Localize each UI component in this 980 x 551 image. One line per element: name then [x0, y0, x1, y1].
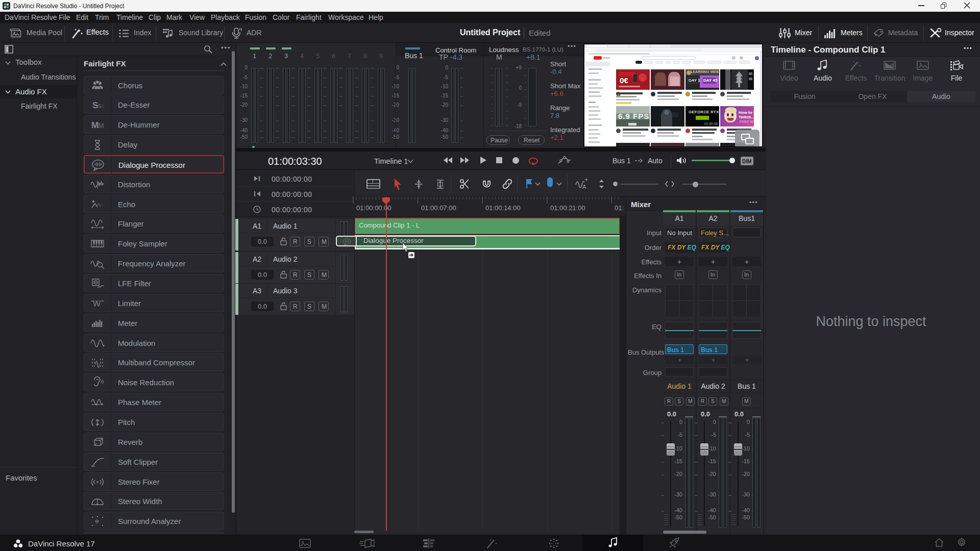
- svg-text:A: A: [582, 184, 586, 190]
- svg-text:s: s: [101, 103, 105, 110]
- svg-text:M: M: [98, 121, 104, 130]
